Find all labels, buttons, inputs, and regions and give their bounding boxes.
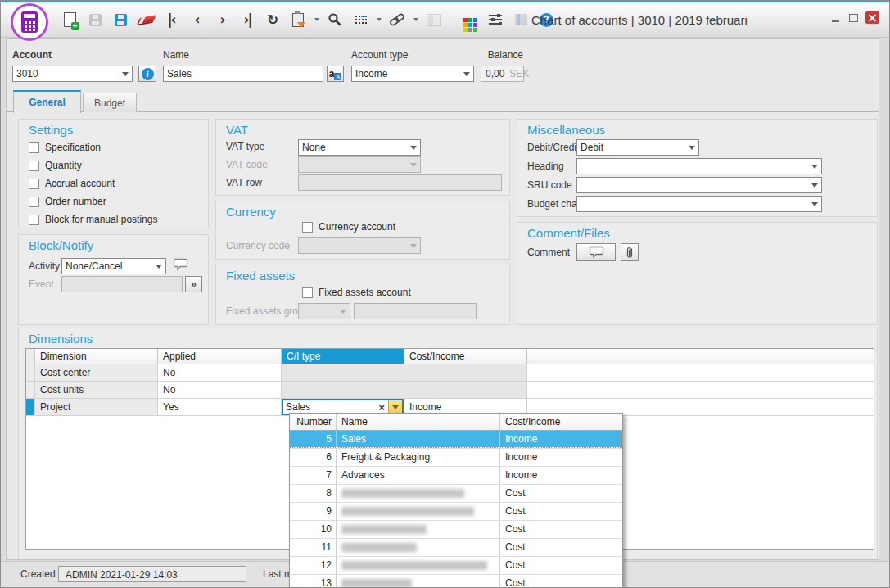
account-value: 3010	[16, 68, 122, 79]
first-record-icon[interactable]: |‹	[161, 9, 181, 30]
account-type-label: Account type	[351, 49, 408, 61]
sru-code-select[interactable]	[576, 177, 822, 193]
vat-type-select[interactable]: None	[298, 139, 421, 156]
vat-row-label: VAT row	[226, 177, 262, 188]
popup-row[interactable]: 5SalesIncome	[290, 431, 622, 449]
tab-general[interactable]: General	[13, 90, 81, 113]
previous-record-glyph: ‹	[194, 13, 198, 27]
row-selector-active[interactable]	[26, 399, 35, 416]
fixed-assets-account-checkbox[interactable]	[302, 287, 313, 298]
row-selector[interactable]	[26, 364, 35, 382]
close-icon[interactable]	[865, 11, 879, 24]
dimension-row-cost-units[interactable]: Cost units No	[26, 382, 874, 399]
popup-row[interactable]: 9Cost	[290, 503, 622, 521]
quantity-checkbox[interactable]	[29, 161, 39, 171]
minimize-icon[interactable]	[829, 12, 841, 24]
column-header-dimension[interactable]: Dimension	[35, 349, 158, 364]
cell-dimension[interactable]: Cost center	[35, 364, 158, 382]
popup-column-number[interactable]: Number	[290, 414, 337, 430]
activity-select[interactable]: None/Cancel	[61, 258, 166, 274]
last-record-icon[interactable]: ›|	[237, 9, 257, 30]
popup-row[interactable]: 12Cost	[290, 557, 622, 575]
next-record-icon[interactable]: ›	[212, 9, 232, 30]
activity-comment-icon[interactable]	[173, 258, 188, 271]
sru-code-label: SRU code	[527, 179, 572, 191]
name-label: Name	[163, 49, 189, 61]
event-more-button[interactable]: »	[185, 276, 202, 292]
translate-sub-icon: A	[334, 73, 341, 80]
cell-applied[interactable]: Yes	[158, 399, 282, 416]
cell-applied[interactable]: No	[158, 382, 282, 399]
currency-code-label: Currency code	[226, 240, 290, 251]
specification-checkbox[interactable]	[29, 142, 39, 153]
next-record-glyph: ›	[219, 13, 224, 27]
fixed-assets-group-name-input	[354, 303, 477, 319]
checkbox-row-specification: Specification	[29, 142, 101, 153]
quantity-label: Quantity	[45, 160, 82, 171]
settings-sliders-icon[interactable]	[486, 9, 505, 30]
row-selector[interactable]	[26, 382, 35, 399]
popup-column-name[interactable]: Name	[337, 414, 500, 430]
popup-row[interactable]: 7AdvancesIncome	[290, 467, 622, 485]
editor-dropdown-button[interactable]	[388, 400, 402, 414]
popup-row[interactable]: 6Freight & PackagingIncome	[290, 449, 622, 467]
cell-cost-income[interactable]	[404, 364, 527, 382]
link-icon[interactable]	[387, 9, 407, 30]
clear-icon[interactable]: ×	[375, 402, 388, 413]
previous-record-icon[interactable]: ‹	[187, 9, 206, 30]
order-number-checkbox[interactable]	[29, 197, 39, 207]
attachment-button[interactable]	[621, 243, 639, 261]
debit-credit-label: Debit/Credit	[527, 142, 579, 153]
paste-filter-icon[interactable]	[288, 9, 308, 30]
app-icon	[11, 3, 48, 41]
popup-cell-name: Freight & Packaging	[337, 449, 500, 466]
popup-cell-number: 9	[290, 503, 337, 520]
currency-account-row: Currency account	[302, 221, 395, 233]
cell-dimension[interactable]: Project	[35, 399, 158, 416]
delete-icon[interactable]	[136, 9, 156, 30]
popup-row[interactable]: 11Cost	[290, 539, 622, 557]
heading-select[interactable]	[576, 158, 822, 174]
budget-chart-select[interactable]	[576, 196, 822, 212]
search-icon[interactable]	[325, 9, 345, 30]
popup-cell-number: 11	[290, 539, 337, 556]
cell-ci-type[interactable]	[282, 364, 404, 382]
tab-budget[interactable]: Budget	[83, 93, 137, 112]
block-manual-postings-checkbox[interactable]	[29, 215, 39, 225]
popup-header: Number Name Cost/Income	[290, 414, 622, 431]
column-header-ci-type[interactable]: C/I type	[282, 349, 404, 364]
account-select[interactable]: 3010	[12, 66, 133, 82]
link-caret-icon[interactable]	[413, 18, 418, 24]
debit-credit-select[interactable]: Debit	[576, 139, 699, 156]
info-button[interactable]: i	[138, 66, 156, 82]
budget-chart-label: Budget chart	[527, 198, 583, 210]
heading-label: Heading	[527, 161, 564, 172]
account-type-select[interactable]: Income	[351, 66, 474, 82]
table-grid-caret-icon[interactable]	[377, 18, 382, 24]
popup-column-cost-income[interactable]: Cost/Income	[500, 414, 622, 430]
popup-row[interactable]: 8Cost	[290, 485, 622, 503]
column-header-cost-income[interactable]: Cost/Income	[404, 349, 527, 364]
maximize-icon[interactable]	[847, 12, 859, 24]
popup-cell-cost-income: Cost	[500, 539, 622, 556]
paste-filter-caret-icon[interactable]	[314, 18, 319, 24]
comment-button[interactable]	[576, 243, 616, 261]
translate-button[interactable]: aA	[327, 66, 344, 82]
column-header-applied[interactable]: Applied	[158, 349, 282, 364]
currency-account-checkbox[interactable]	[302, 222, 313, 233]
currency-code-select	[298, 237, 421, 254]
dimension-row-cost-center[interactable]: Cost center No	[26, 364, 874, 382]
popup-row[interactable]: 10Cost	[290, 521, 622, 539]
name-input[interactable]: Sales	[163, 66, 323, 82]
refresh-icon[interactable]: ↻	[263, 9, 282, 30]
table-grid-icon[interactable]	[350, 9, 370, 30]
new-icon[interactable]: +	[60, 9, 79, 30]
cell-ci-type[interactable]	[282, 382, 404, 399]
accrual-account-checkbox[interactable]	[29, 179, 39, 189]
popup-row[interactable]: 13Cost	[290, 575, 622, 588]
cell-dimension[interactable]: Cost units	[35, 382, 158, 399]
save-blue-icon[interactable]	[111, 9, 130, 30]
cell-applied[interactable]: No	[158, 364, 282, 382]
cell-cost-income[interactable]	[404, 382, 527, 399]
color-grid-icon[interactable]	[460, 9, 480, 30]
